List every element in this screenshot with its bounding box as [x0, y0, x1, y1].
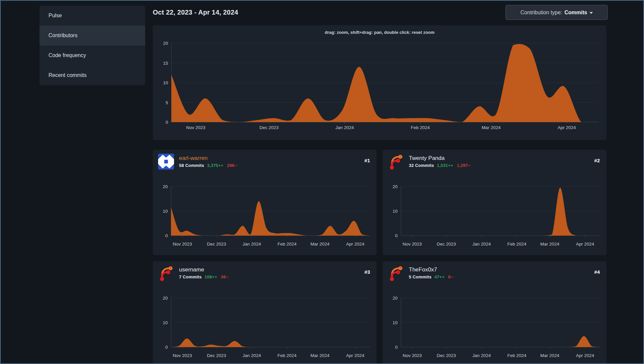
svg-text:0: 0	[395, 233, 398, 238]
svg-text:Feb 2024: Feb 2024	[507, 353, 527, 358]
svg-text:Jan 2024: Jan 2024	[472, 353, 491, 358]
date-range-title: Oct 22, 2023 - Apr 14, 2024	[153, 9, 238, 16]
svg-text:Nov 2023: Nov 2023	[173, 353, 192, 358]
svg-text:Dec 2023: Dec 2023	[207, 353, 226, 358]
contribution-type-value: Commits	[564, 10, 587, 16]
contributor-commits-chart[interactable]: 01020Nov 2023Dec 2023Jan 2024Feb 2024Mar…	[153, 150, 377, 255]
svg-text:Mar 2024: Mar 2024	[540, 353, 560, 358]
svg-text:Jan 2024: Jan 2024	[242, 242, 261, 247]
overview-chart-card: drag: zoom, shift+drag: pan, double clic…	[153, 25, 606, 140]
contributor-commits-chart[interactable]: 01020Nov 2023Dec 2023Jan 2024Feb 2024Mar…	[383, 150, 606, 255]
contribution-type-label: Contribution type:	[520, 10, 562, 16]
contributor-card: TheFox0x7 5 Commits 47++ 6-- #4 01020Nov…	[383, 261, 606, 364]
svg-text:Mar 2024: Mar 2024	[311, 242, 330, 247]
contributor-card: Twenty Panda 32 Commits 1,531++ 1,297-- …	[383, 150, 606, 255]
svg-text:Dec 2023: Dec 2023	[259, 125, 279, 130]
svg-text:20: 20	[393, 184, 398, 189]
svg-text:Apr 2024: Apr 2024	[576, 353, 594, 358]
svg-text:20: 20	[163, 184, 168, 189]
svg-text:20: 20	[163, 41, 168, 46]
svg-text:10: 10	[163, 80, 168, 85]
svg-text:Nov 2023: Nov 2023	[173, 242, 192, 247]
svg-text:Apr 2024: Apr 2024	[558, 125, 576, 130]
contribution-type-dropdown[interactable]: Contribution type: Commits	[506, 5, 608, 20]
svg-text:Jan 2024: Jan 2024	[335, 125, 354, 130]
svg-text:15: 15	[163, 61, 168, 66]
svg-text:Mar 2024: Mar 2024	[482, 125, 501, 130]
svg-text:Mar 2024: Mar 2024	[311, 353, 330, 358]
svg-text:Dec 2023: Dec 2023	[207, 242, 226, 247]
contributor-commits-chart[interactable]: 01020Nov 2023Dec 2023Jan 2024Feb 2024Mar…	[153, 261, 377, 364]
svg-text:20: 20	[163, 296, 168, 301]
svg-text:Dec 2023: Dec 2023	[437, 242, 456, 247]
svg-text:20: 20	[393, 296, 398, 301]
svg-text:0: 0	[165, 120, 168, 125]
contributor-card: earl-warren 58 Commits 3,375++ 286-- #1 …	[153, 150, 377, 255]
svg-text:10: 10	[163, 320, 168, 325]
svg-text:10: 10	[393, 209, 398, 214]
sidebar-item-recent-commits[interactable]: Recent commits	[40, 65, 145, 85]
svg-text:0: 0	[165, 345, 168, 350]
svg-text:0: 0	[165, 233, 168, 238]
sidebar-item-code-frequency[interactable]: Code frequency	[40, 45, 145, 65]
svg-text:Mar 2024: Mar 2024	[540, 242, 560, 247]
svg-text:Apr 2024: Apr 2024	[576, 242, 594, 247]
svg-text:Feb 2024: Feb 2024	[411, 125, 430, 130]
svg-text:Jan 2024: Jan 2024	[472, 242, 491, 247]
svg-text:10: 10	[393, 320, 398, 325]
contributor-commits-chart[interactable]: 01020Nov 2023Dec 2023Jan 2024Feb 2024Mar…	[383, 261, 606, 364]
svg-text:Feb 2024: Feb 2024	[278, 353, 297, 358]
svg-text:Nov 2023: Nov 2023	[403, 353, 422, 358]
sidebar-item-pulse[interactable]: Pulse	[40, 6, 145, 26]
svg-text:Dec 2023: Dec 2023	[437, 353, 456, 358]
svg-text:Apr 2024: Apr 2024	[346, 353, 364, 358]
sidebar-item-contributors[interactable]: Contributors	[40, 26, 145, 45]
overview-commits-chart[interactable]: 05101520Nov 2023Dec 2023Jan 2024Feb 2024…	[153, 25, 606, 140]
svg-text:Feb 2024: Feb 2024	[278, 242, 297, 247]
svg-text:0: 0	[395, 345, 398, 350]
contributor-card: username 7 Commits 108++ 36-- #3 01020No…	[153, 261, 377, 364]
svg-text:5: 5	[165, 100, 168, 105]
svg-text:Nov 2023: Nov 2023	[186, 125, 206, 130]
chevron-down-icon	[590, 12, 593, 14]
svg-text:Apr 2024: Apr 2024	[346, 242, 364, 247]
svg-text:Feb 2024: Feb 2024	[507, 242, 527, 247]
svg-text:Nov 2023: Nov 2023	[403, 242, 422, 247]
svg-text:Jan 2024: Jan 2024	[242, 353, 261, 358]
activity-sidebar-menu: Pulse Contributors Code frequency Recent…	[40, 6, 145, 85]
svg-text:10: 10	[163, 209, 168, 214]
